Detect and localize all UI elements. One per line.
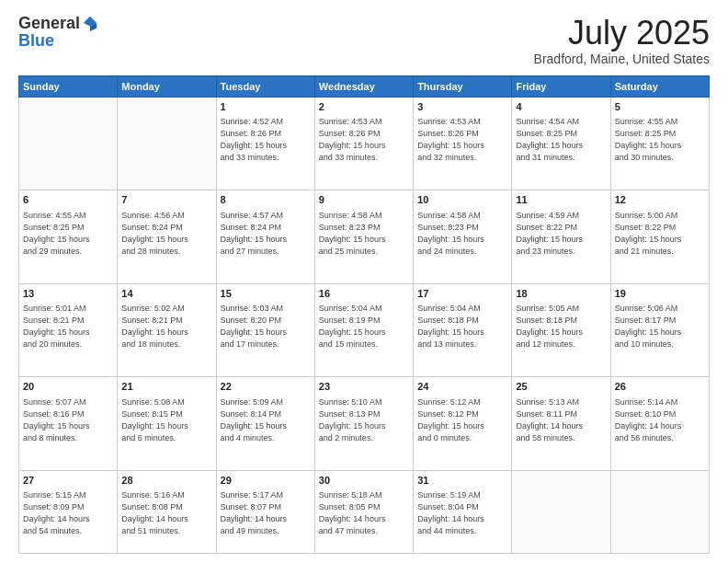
calendar-cell: 23Sunrise: 5:10 AM Sunset: 8:13 PM Dayli… <box>314 377 413 471</box>
day-info: Sunrise: 4:55 AM Sunset: 8:25 PM Dayligh… <box>23 210 113 258</box>
calendar-cell: 30Sunrise: 5:18 AM Sunset: 8:05 PM Dayli… <box>314 470 413 553</box>
day-number: 16 <box>319 287 409 301</box>
day-info: Sunrise: 5:01 AM Sunset: 8:21 PM Dayligh… <box>23 303 113 350</box>
day-info: Sunrise: 5:04 AM Sunset: 8:18 PM Dayligh… <box>417 303 507 350</box>
calendar-cell: 22Sunrise: 5:09 AM Sunset: 8:14 PM Dayli… <box>216 377 314 471</box>
calendar-cell: 13Sunrise: 5:01 AM Sunset: 8:21 PM Dayli… <box>19 283 118 377</box>
day-info: Sunrise: 5:04 AM Sunset: 8:19 PM Dayligh… <box>319 303 409 350</box>
day-info: Sunrise: 5:18 AM Sunset: 8:05 PM Dayligh… <box>319 489 409 537</box>
day-info: Sunrise: 5:05 AM Sunset: 8:18 PM Dayligh… <box>516 303 606 350</box>
day-info: Sunrise: 5:14 AM Sunset: 8:10 PM Dayligh… <box>615 396 705 444</box>
calendar-cell: 14Sunrise: 5:02 AM Sunset: 8:21 PM Dayli… <box>118 283 216 377</box>
day-number: 23 <box>319 380 409 394</box>
calendar-week-1: 1Sunrise: 4:52 AM Sunset: 8:26 PM Daylig… <box>19 97 710 190</box>
day-info: Sunrise: 5:19 AM Sunset: 8:04 PM Dayligh… <box>417 489 507 537</box>
day-number: 31 <box>417 474 507 488</box>
day-number: 10 <box>417 193 507 207</box>
calendar-cell: 10Sunrise: 4:58 AM Sunset: 8:23 PM Dayli… <box>414 190 512 284</box>
calendar-header-monday: Monday <box>118 75 216 97</box>
calendar-cell: 12Sunrise: 5:00 AM Sunset: 8:22 PM Dayli… <box>610 190 709 284</box>
day-number: 21 <box>121 380 211 394</box>
calendar-cell: 5Sunrise: 4:55 AM Sunset: 8:25 PM Daylig… <box>610 97 709 190</box>
day-info: Sunrise: 5:12 AM Sunset: 8:12 PM Dayligh… <box>417 396 507 444</box>
calendar-cell: 24Sunrise: 5:12 AM Sunset: 8:12 PM Dayli… <box>414 377 512 471</box>
day-info: Sunrise: 5:02 AM Sunset: 8:21 PM Dayligh… <box>121 303 211 350</box>
calendar-header-saturday: Saturday <box>610 75 709 97</box>
calendar-cell: 19Sunrise: 5:06 AM Sunset: 8:17 PM Dayli… <box>610 283 709 377</box>
calendar-cell: 7Sunrise: 4:56 AM Sunset: 8:24 PM Daylig… <box>118 190 216 284</box>
calendar-cell <box>512 470 610 553</box>
calendar-week-5: 27Sunrise: 5:15 AM Sunset: 8:09 PM Dayli… <box>19 470 710 553</box>
day-number: 11 <box>516 193 606 207</box>
main-title: July 2025 <box>534 15 710 52</box>
day-number: 25 <box>516 380 606 394</box>
day-info: Sunrise: 4:55 AM Sunset: 8:25 PM Dayligh… <box>615 116 705 164</box>
day-info: Sunrise: 4:53 AM Sunset: 8:26 PM Dayligh… <box>417 116 507 164</box>
day-info: Sunrise: 5:03 AM Sunset: 8:20 PM Dayligh… <box>221 303 311 350</box>
day-info: Sunrise: 5:09 AM Sunset: 8:14 PM Dayligh… <box>221 396 311 444</box>
day-number: 12 <box>615 193 705 207</box>
day-number: 20 <box>23 380 113 394</box>
subtitle: Bradford, Maine, United States <box>534 52 710 66</box>
day-number: 8 <box>221 193 311 207</box>
day-number: 29 <box>221 474 311 488</box>
calendar-week-4: 20Sunrise: 5:07 AM Sunset: 8:16 PM Dayli… <box>19 377 710 471</box>
calendar-cell <box>118 97 216 190</box>
page: General Blue July 2025 Bradford, Maine, … <box>0 0 728 563</box>
calendar-cell: 27Sunrise: 5:15 AM Sunset: 8:09 PM Dayli… <box>19 470 118 553</box>
day-number: 27 <box>23 474 113 488</box>
calendar-cell: 26Sunrise: 5:14 AM Sunset: 8:10 PM Dayli… <box>610 377 709 471</box>
calendar-cell: 3Sunrise: 4:53 AM Sunset: 8:26 PM Daylig… <box>414 97 512 190</box>
day-number: 5 <box>615 100 705 114</box>
calendar-header-sunday: Sunday <box>19 75 118 97</box>
day-number: 22 <box>221 380 311 394</box>
day-number: 24 <box>417 380 507 394</box>
logo: General Blue <box>18 15 98 51</box>
day-number: 1 <box>221 100 311 114</box>
logo-general: General <box>18 15 80 31</box>
day-number: 6 <box>23 193 113 207</box>
day-info: Sunrise: 4:53 AM Sunset: 8:26 PM Dayligh… <box>319 116 409 164</box>
day-info: Sunrise: 4:54 AM Sunset: 8:25 PM Dayligh… <box>516 116 606 164</box>
calendar: SundayMondayTuesdayWednesdayThursdayFrid… <box>18 75 710 554</box>
day-info: Sunrise: 5:06 AM Sunset: 8:17 PM Dayligh… <box>615 303 705 350</box>
calendar-cell: 25Sunrise: 5:13 AM Sunset: 8:11 PM Dayli… <box>512 377 610 471</box>
day-number: 2 <box>319 100 409 114</box>
day-info: Sunrise: 5:15 AM Sunset: 8:09 PM Dayligh… <box>23 489 113 537</box>
calendar-cell: 1Sunrise: 4:52 AM Sunset: 8:26 PM Daylig… <box>216 97 314 190</box>
calendar-week-3: 13Sunrise: 5:01 AM Sunset: 8:21 PM Dayli… <box>19 283 710 377</box>
day-info: Sunrise: 5:07 AM Sunset: 8:16 PM Dayligh… <box>23 396 113 444</box>
day-info: Sunrise: 5:17 AM Sunset: 8:07 PM Dayligh… <box>221 489 311 537</box>
calendar-cell: 8Sunrise: 4:57 AM Sunset: 8:24 PM Daylig… <box>216 190 314 284</box>
calendar-header-tuesday: Tuesday <box>216 75 314 97</box>
day-number: 4 <box>516 100 606 114</box>
day-number: 7 <box>121 193 211 207</box>
calendar-cell: 31Sunrise: 5:19 AM Sunset: 8:04 PM Dayli… <box>414 470 512 553</box>
calendar-cell: 9Sunrise: 4:58 AM Sunset: 8:23 PM Daylig… <box>314 190 413 284</box>
calendar-cell: 6Sunrise: 4:55 AM Sunset: 8:25 PM Daylig… <box>19 190 118 284</box>
calendar-header-wednesday: Wednesday <box>314 75 413 97</box>
day-info: Sunrise: 4:57 AM Sunset: 8:24 PM Dayligh… <box>221 210 311 258</box>
calendar-cell <box>19 97 118 190</box>
day-number: 19 <box>615 287 705 301</box>
calendar-header-friday: Friday <box>512 75 610 97</box>
calendar-cell: 4Sunrise: 4:54 AM Sunset: 8:25 PM Daylig… <box>512 97 610 190</box>
day-number: 13 <box>23 287 113 301</box>
day-number: 17 <box>417 287 507 301</box>
day-number: 15 <box>221 287 311 301</box>
calendar-cell: 2Sunrise: 4:53 AM Sunset: 8:26 PM Daylig… <box>314 97 413 190</box>
day-info: Sunrise: 5:16 AM Sunset: 8:08 PM Dayligh… <box>121 489 211 537</box>
day-info: Sunrise: 5:13 AM Sunset: 8:11 PM Dayligh… <box>516 396 606 444</box>
calendar-cell: 17Sunrise: 5:04 AM Sunset: 8:18 PM Dayli… <box>414 283 512 377</box>
day-info: Sunrise: 5:00 AM Sunset: 8:22 PM Dayligh… <box>615 210 705 258</box>
calendar-cell: 15Sunrise: 5:03 AM Sunset: 8:20 PM Dayli… <box>216 283 314 377</box>
calendar-cell: 21Sunrise: 5:08 AM Sunset: 8:15 PM Dayli… <box>118 377 216 471</box>
calendar-week-2: 6Sunrise: 4:55 AM Sunset: 8:25 PM Daylig… <box>19 190 710 284</box>
day-info: Sunrise: 5:08 AM Sunset: 8:15 PM Dayligh… <box>121 396 211 444</box>
logo-icon <box>82 15 98 31</box>
day-number: 26 <box>615 380 705 394</box>
day-info: Sunrise: 4:59 AM Sunset: 8:22 PM Dayligh… <box>516 210 606 258</box>
day-number: 3 <box>417 100 507 114</box>
day-info: Sunrise: 4:52 AM Sunset: 8:26 PM Dayligh… <box>221 116 311 164</box>
calendar-cell: 16Sunrise: 5:04 AM Sunset: 8:19 PM Dayli… <box>314 283 413 377</box>
